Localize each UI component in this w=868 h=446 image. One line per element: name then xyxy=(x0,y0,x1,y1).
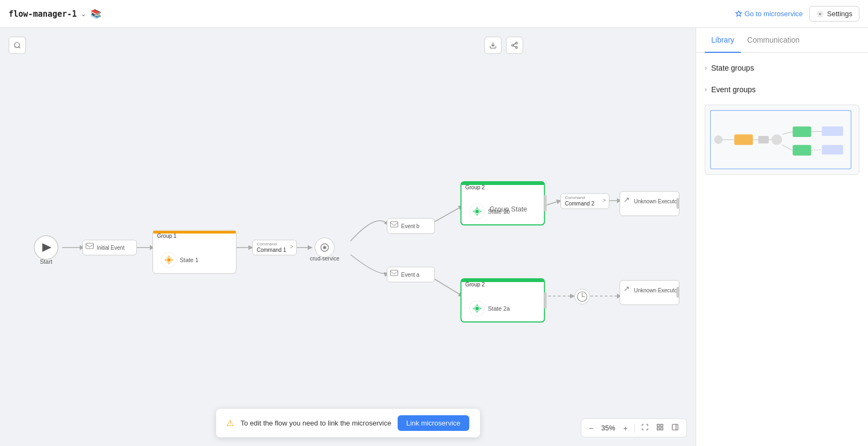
group-state-label: Group State xyxy=(490,205,527,213)
link-microservice-button[interactable]: Link microservice xyxy=(398,415,469,431)
search-button[interactable] xyxy=(9,37,26,54)
download-button[interactable] xyxy=(484,37,502,54)
svg-rect-83 xyxy=(758,136,769,143)
start-node[interactable]: Start xyxy=(34,236,58,265)
svg-point-2 xyxy=(516,42,518,44)
scroll-handle-1 xyxy=(544,195,547,211)
svg-line-92 xyxy=(782,132,793,134)
zoom-bar: − 35% + xyxy=(581,418,687,437)
warning-icon: ⚠ xyxy=(226,418,234,428)
svg-text:>: > xyxy=(290,244,294,250)
fit-view-button[interactable] xyxy=(639,422,651,434)
layout-icon xyxy=(656,423,664,431)
state2b-group[interactable]: Group 2 State 2b xyxy=(461,182,545,225)
state1-group[interactable]: Group 1 State 1 xyxy=(153,230,237,273)
toolbar-right xyxy=(484,37,523,54)
search-icon xyxy=(13,42,21,49)
notification-bar: ⚠ To edit the flow you need to link the … xyxy=(216,409,480,437)
svg-rect-73 xyxy=(677,287,679,298)
state-groups-label: State groups xyxy=(711,64,754,72)
zoom-separator xyxy=(634,424,635,433)
tab-library[interactable]: Library xyxy=(705,28,741,53)
panel-tabs: Library Communication xyxy=(696,28,868,53)
zoom-in-button[interactable]: + xyxy=(621,423,630,434)
svg-point-84 xyxy=(772,134,782,145)
svg-rect-77 xyxy=(661,428,663,430)
go-to-microservice-label: Go to microservice xyxy=(745,10,803,18)
book-icon[interactable]: 📚 xyxy=(91,9,101,19)
svg-rect-75 xyxy=(657,424,659,427)
svg-line-94 xyxy=(811,131,822,132)
svg-text:Command 2: Command 2 xyxy=(565,201,595,207)
svg-rect-87 xyxy=(822,126,843,136)
svg-rect-88 xyxy=(822,145,843,155)
panel-content: › State groups › Event groups xyxy=(696,53,868,446)
svg-rect-86 xyxy=(793,145,811,156)
event-groups-label: Event groups xyxy=(711,85,756,94)
panel-toggle-button[interactable] xyxy=(669,422,681,434)
canvas-area[interactable]: Start Initial Event Group 1 xyxy=(0,28,696,446)
svg-text:Unknown Executor: Unknown Executor xyxy=(634,198,680,204)
svg-rect-65 xyxy=(677,198,679,209)
svg-point-1 xyxy=(15,43,19,47)
header-right: Go to microservice Settings xyxy=(735,6,859,22)
svg-rect-79 xyxy=(672,424,678,430)
state-groups-section[interactable]: › State groups xyxy=(696,57,868,79)
fit-view-icon xyxy=(641,423,649,431)
settings-button[interactable]: Settings xyxy=(809,6,859,22)
panel-toggle-icon xyxy=(671,423,679,431)
event-b-node[interactable]: Event b xyxy=(387,218,435,234)
zoom-level: 35% xyxy=(599,424,618,432)
svg-line-95 xyxy=(811,150,822,150)
layout-button[interactable] xyxy=(654,422,666,434)
settings-label: Settings xyxy=(827,10,852,18)
canvas-toolbar xyxy=(9,37,523,54)
scroll-handle-2 xyxy=(544,292,547,308)
svg-text:Group 1: Group 1 xyxy=(157,233,177,239)
state-groups-chevron: › xyxy=(705,64,707,72)
svg-rect-78 xyxy=(657,428,659,430)
share-button[interactable] xyxy=(506,37,523,54)
svg-text:Command 1: Command 1 xyxy=(257,247,287,253)
download-icon xyxy=(489,42,497,49)
svg-text:State 2a: State 2a xyxy=(488,305,511,312)
svg-text:crud-service: crud-service xyxy=(310,256,339,262)
event-a-node[interactable]: Event a xyxy=(387,267,435,282)
svg-point-0 xyxy=(819,13,821,15)
mini-map[interactable] xyxy=(705,105,859,175)
unknown-executor-2-node[interactable]: ↗ Unknown Executor xyxy=(620,280,680,305)
svg-line-93 xyxy=(782,145,793,150)
unknown-executor-1-node[interactable]: ↗ Unknown Executor xyxy=(620,191,680,216)
svg-point-36 xyxy=(323,246,327,249)
app-title: flow-manager-1 xyxy=(9,9,77,19)
svg-text:Command: Command xyxy=(565,195,585,200)
command2-node[interactable]: Command Command 2 > xyxy=(561,194,609,209)
svg-rect-85 xyxy=(793,126,811,137)
svg-rect-76 xyxy=(661,424,663,427)
event-groups-section[interactable]: › Event groups xyxy=(696,79,868,100)
main: Start Initial Event Group 1 xyxy=(0,28,868,446)
share-icon xyxy=(511,42,518,49)
crud-service-node[interactable]: crud-service xyxy=(310,238,339,262)
command1-node[interactable]: Command Command 1 > xyxy=(253,240,297,255)
title-dropdown-icon[interactable]: ⌄ xyxy=(81,10,86,18)
initial-event-node[interactable]: Initial Event xyxy=(83,240,137,255)
svg-text:↗: ↗ xyxy=(623,284,630,293)
settings-icon xyxy=(816,10,824,18)
state2a-group[interactable]: Group 2 State 2a xyxy=(461,279,545,322)
mini-map-svg xyxy=(705,105,859,174)
go-to-microservice-link[interactable]: Go to microservice xyxy=(735,10,803,18)
svg-text:Event a: Event a xyxy=(401,272,420,278)
svg-rect-82 xyxy=(734,134,753,145)
event-groups-chevron: › xyxy=(705,86,707,93)
svg-point-3 xyxy=(512,44,514,46)
svg-text:>: > xyxy=(603,197,606,203)
svg-text:Unknown Executor: Unknown Executor xyxy=(634,287,680,293)
svg-text:Initial Event: Initial Event xyxy=(97,245,125,251)
flow-diagram[interactable]: Start Initial Event Group 1 xyxy=(0,28,696,446)
svg-text:Start: Start xyxy=(40,258,52,265)
header-left: flow-manager-1 ⌄ 📚 xyxy=(9,9,101,19)
zoom-out-button[interactable]: − xyxy=(587,423,595,434)
timer-node[interactable] xyxy=(575,289,590,304)
tab-communication[interactable]: Communication xyxy=(741,28,806,53)
